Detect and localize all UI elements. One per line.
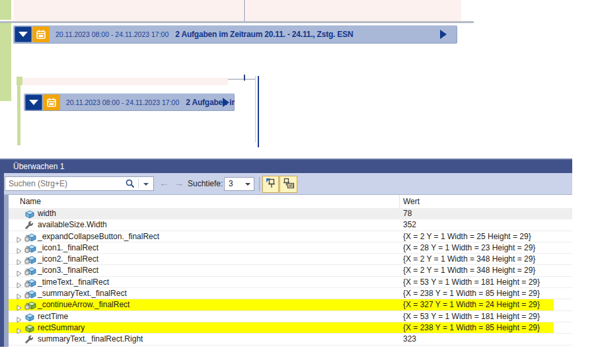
watch-title: Überwachen 1 xyxy=(13,162,64,171)
search-separator xyxy=(138,178,139,189)
watch-row[interactable]: width 78 xyxy=(0,208,572,219)
watch-table-header: Name Wert xyxy=(0,195,572,208)
watch-toolbar: Suchen (Strg+E) ← → Suchtiefe: 3 xyxy=(0,173,572,195)
watch-row[interactable]: availableSize.Width 352 xyxy=(0,219,572,231)
task-bar[interactable]: 20.11.2023 08:00 - 24.11.2023 17:00 2 Au… xyxy=(24,93,235,111)
watch-expression: width xyxy=(38,209,56,218)
watch-value: 78 xyxy=(403,209,412,218)
watch-value: {X = 53 Y = 1 Width = 181 Height = 29} xyxy=(403,312,540,321)
widget2-pink-strip xyxy=(22,78,228,85)
watch-row[interactable]: _icon2._finalRect {X = 2 Y = 1 Width = 3… xyxy=(0,254,572,265)
task-bar[interactable]: 20.11.2023 08:00 - 24.11.2023 17:00 2 Au… xyxy=(13,25,457,44)
pin-values-button[interactable] xyxy=(262,176,279,193)
watch-expression: _icon2._finalRect xyxy=(38,254,98,264)
column-header-value: Wert xyxy=(403,197,420,206)
continue-arrow-icon[interactable] xyxy=(440,30,447,39)
calendar-icon xyxy=(43,94,60,110)
combo-caret-icon xyxy=(245,183,250,186)
watch-expression: _icon3._finalRect xyxy=(38,266,98,275)
search-depth-value: 3 xyxy=(229,179,233,188)
watch-row[interactable]: _timeText._finalRect {X = 53 Y = 1 Width… xyxy=(0,277,572,288)
svg-text:ab: ab xyxy=(289,183,294,188)
widget2-gray-vline xyxy=(255,76,256,142)
preview-pane-divider xyxy=(244,0,245,22)
watch-value: {X = 238 Y = 1 Width = 85 Height = 29} xyxy=(403,289,540,298)
watch-value: {X = 327 Y = 1 Width = 24 Height = 29} xyxy=(403,300,540,309)
watch-value: 323 xyxy=(403,334,416,344)
task-summary: 2 Aufgaben im Zeitraum 20.11. - 24.11., … xyxy=(175,30,353,39)
search-dropdown-icon[interactable] xyxy=(143,183,149,186)
expand-dropdown-button[interactable] xyxy=(25,94,42,110)
watch-row[interactable]: summaryText._finalRect.Right 323 xyxy=(0,334,572,345)
widget2-navy-vline xyxy=(258,76,259,147)
watch-value: {X = 2 Y = 1 Width = 348 Height = 29} xyxy=(403,266,535,275)
preview-pink-pane-left xyxy=(13,0,243,21)
watch-expression: availableSize.Width xyxy=(38,220,107,229)
search-depth-label: Suchtiefe: xyxy=(188,179,223,188)
watch-value: {X = 2 Y = 1 Width = 25 Height = 29} xyxy=(403,232,531,241)
watch-expression: rectSummary xyxy=(38,323,85,332)
watch-expression: _icon1._finalRect xyxy=(38,243,98,252)
toolbar-separator xyxy=(259,177,260,191)
watch-value: {X = 2 Y = 1 Width = 348 Height = 29} xyxy=(403,254,535,264)
watch-value: {X = 28 Y = 1 Width = 23 Height = 29} xyxy=(403,243,535,252)
task-time-range: 20.11.2023 08:00 - 24.11.2023 17:00 xyxy=(66,98,179,106)
watch-titlebar[interactable]: Überwachen 1 xyxy=(0,159,572,173)
watch-row[interactable]: _summaryText._finalRect {X = 238 Y = 1 W… xyxy=(0,288,572,299)
watch-row[interactable]: _icon1._finalRect {X = 28 Y = 1 Width = … xyxy=(0,242,572,254)
watch-row[interactable]: _expandCollapseButton._finalRect {X = 2 … xyxy=(0,231,572,242)
property-icon xyxy=(24,334,34,347)
expand-dropdown-button[interactable] xyxy=(15,26,32,42)
watch-expression: _continueArrow._finalRect xyxy=(38,300,130,309)
preview-green-block-top xyxy=(0,0,11,20)
watch-expression: summaryText._finalRect.Right xyxy=(38,334,143,344)
watch-window: Überwachen 1 Suchen (Strg+E) ← → Suchtie… xyxy=(0,159,572,347)
watch-row[interactable]: _continueArrow._finalRect {X = 327 Y = 1… xyxy=(0,299,572,310)
watch-row[interactable]: rectSummary {X = 238 Y = 1 Width = 85 He… xyxy=(0,322,572,334)
watch-value: 352 xyxy=(403,220,416,229)
watch-value: {X = 238 Y = 1 Width = 85 Height = 29} xyxy=(403,323,540,332)
search-placeholder: Suchen (Strg+E) xyxy=(9,179,67,188)
preview-divider-tick xyxy=(244,75,245,81)
task-time-range: 20.11.2023 08:00 - 24.11.2023 17:00 xyxy=(56,30,168,38)
back-arrow-icon[interactable]: ← xyxy=(159,177,169,188)
watch-expression: _expandCollapseButton._finalRect xyxy=(38,232,159,241)
watch-expression: _summaryText._finalRect xyxy=(38,289,127,298)
watch-expression: _timeText._finalRect xyxy=(38,277,109,287)
preview-green-strip-left xyxy=(0,23,11,101)
chevron-down-icon xyxy=(19,32,28,37)
watch-value: {X = 53 Y = 1 Width = 181 Height = 29} xyxy=(403,277,540,287)
calendar-icon xyxy=(32,26,50,42)
search-icon xyxy=(126,179,135,191)
watch-row-list: width 78 availableSize.Width 352 _expand… xyxy=(0,208,572,346)
watch-row[interactable]: _icon3._finalRect {X = 2 Y = 1 Width = 3… xyxy=(0,265,572,276)
widget2-green-strip xyxy=(17,85,20,145)
preview-horizontal-rule xyxy=(0,21,474,23)
pushpin-text-button[interactable]: ab xyxy=(280,176,297,193)
pushpin-ab-icon: ab xyxy=(282,177,295,192)
chevron-down-icon xyxy=(29,100,38,105)
panel-left-margin xyxy=(4,195,9,347)
preview-pink-pane-right xyxy=(246,0,461,21)
forward-arrow-icon[interactable]: → xyxy=(174,177,184,188)
widget2-green-square xyxy=(17,77,22,85)
column-header-name: Name xyxy=(20,197,41,206)
watch-row[interactable]: rectTime {X = 53 Y = 1 Width = 181 Heigh… xyxy=(0,311,572,322)
screenshot-root: 20.11.2023 08:00 - 24.11.2023 17:00 2 Au… xyxy=(0,0,598,364)
search-input[interactable]: Suchen (Strg+E) xyxy=(5,176,154,191)
watch-expression: rectTime xyxy=(38,312,68,321)
pushpin-icon xyxy=(265,177,276,192)
continue-arrow-icon[interactable] xyxy=(223,98,229,107)
search-depth-select[interactable]: 3 xyxy=(224,177,254,191)
